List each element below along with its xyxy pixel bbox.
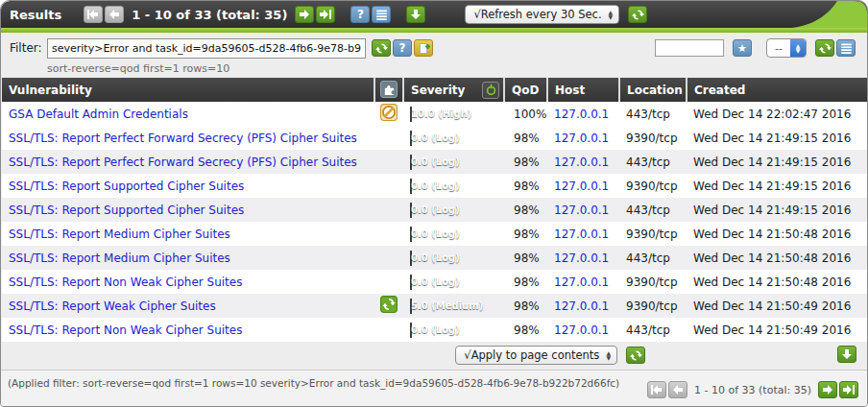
vulnerability-link[interactable]: GSA Default Admin Credentials [9,108,188,121]
vulnerability-link[interactable]: SSL/TLS: Report Supported Cipher Suites [9,204,244,217]
first-page-button[interactable] [84,6,103,23]
vulnerability-link[interactable]: SSL/TLS: Report Perfect Forward Secrecy … [9,132,357,145]
arrow-bar-right-icon [320,9,331,20]
created-value: Wed Dec 14 21:49:15 2016 [693,180,851,193]
vulnerability-link[interactable]: SSL/TLS: Report Supported Cipher Suites [9,180,244,193]
saved-filters-select[interactable]: -- ▲▼ [766,38,807,58]
created-value: Wed Dec 14 21:50:49 2016 [693,323,851,337]
column-header-severity[interactable]: Severity [403,78,504,102]
qod-value: 98% [514,204,540,217]
location-value: 9390/tcp [626,227,678,241]
vulnerability-link[interactable]: SSL/TLS: Report Medium Cipher Suites [9,251,230,265]
host-link[interactable]: 127.0.0.1 [554,132,609,145]
new-filter-button[interactable] [414,39,433,57]
table-row: GSA Default Admin Credentials 10.0 (High… [2,102,868,126]
refresh-icon [630,349,642,362]
arrow-bar-right-icon [843,384,855,395]
save-filter-name-input[interactable] [655,39,724,57]
next-page-button[interactable] [818,381,837,398]
previous-page-button[interactable] [105,6,124,23]
refresh-icon [375,42,388,55]
vulnerability-link[interactable]: SSL/TLS: Report Perfect Forward Secrecy … [9,156,357,169]
solution-type-cell [374,198,403,222]
list-view-button[interactable] [372,6,391,23]
qod-value: 98% [514,180,540,193]
table-header-row: Vulnerability Severity [2,78,868,102]
host-link[interactable]: 127.0.0.1 [554,275,609,289]
table-row: SSL/TLS: Report Supported Cipher Suites … [2,198,868,222]
overrides-toggle-button[interactable] [482,82,499,99]
refresh-icon [819,42,832,55]
location-value: 443/tcp [626,108,670,121]
download-button[interactable] [406,6,425,23]
column-header-vulnerability[interactable]: Vulnerability [2,78,374,102]
host-link[interactable]: 127.0.0.1 [554,204,609,217]
select-stepper-icon: ▲▼ [790,39,806,57]
severity-bar: 0.0 (Log) [410,131,412,146]
select-stepper-icon: ▲▼ [609,10,614,19]
first-page-button[interactable] [647,381,666,398]
apply-to-page-select[interactable]: √Apply to page contents ▲▼ [455,346,617,365]
vulnerability-link[interactable]: SSL/TLS: Report Non Weak Cipher Suites [9,275,242,289]
qod-value: 98% [514,156,540,169]
apply-to-page-value: √Apply to page contents [464,348,599,362]
apply-saved-filter-button[interactable] [815,39,834,57]
download-page-button[interactable] [837,346,856,363]
filter-hint-text: sort-reverse=qod first=1 rows=10 [47,62,229,75]
table-row: SSL/TLS: Report Medium Cipher Suites 0.0… [2,222,868,246]
titlebar: Results 1 - 10 of 33 (total: 35) ? √Refr… [1,1,867,28]
created-value: Wed Dec 14 21:50:49 2016 [693,299,851,313]
location-value: 443/tcp [626,204,670,217]
solution-type-cell [374,246,403,270]
apply-refresh-button[interactable] [626,347,645,364]
solution-type-cell [374,318,403,342]
solution-type-cell [374,270,403,294]
refresh-interval-value: √Refresh every 30 Sec. [473,8,601,21]
previous-page-button[interactable] [668,381,687,398]
last-page-button[interactable] [839,381,858,398]
column-header-location[interactable]: Location [619,78,687,102]
update-filter-button[interactable] [372,39,391,57]
power-override-icon [485,84,497,96]
table-row: SSL/TLS: Report Perfect Forward Secrecy … [2,126,868,150]
qod-value: 98% [514,323,540,337]
next-page-button[interactable] [295,6,314,23]
download-icon [841,348,853,360]
help-button[interactable]: ? [350,6,370,23]
host-link[interactable]: 127.0.0.1 [554,227,609,241]
vulnerability-link[interactable]: SSL/TLS: Report Non Weak Cipher Suites [9,323,242,337]
vulnerability-link[interactable]: SSL/TLS: Report Weak Cipher Suites [9,299,216,313]
host-link[interactable]: 127.0.0.1 [554,108,609,121]
save-filter-button[interactable]: ★ [733,39,752,57]
severity-bar: 0.0 (Log) [410,323,412,338]
pagination-text: 1 - 10 of 33 (total: 35) [132,8,287,22]
host-link[interactable]: 127.0.0.1 [554,156,609,169]
column-header-created[interactable]: Created [687,78,868,102]
column-header-solution-type[interactable] [374,78,403,102]
solution-type-header-button[interactable] [380,81,398,98]
filter-input[interactable] [47,38,366,59]
column-header-host[interactable]: Host [547,78,619,102]
created-value: Wed Dec 14 21:50:48 2016 [693,275,851,289]
severity-bar: 10.0 (High) [410,107,412,122]
solution-type-cell [374,150,403,174]
results-window: Results 1 - 10 of 33 (total: 35) ? √Refr… [0,0,868,407]
host-link[interactable]: 127.0.0.1 [554,323,609,337]
host-link[interactable]: 127.0.0.1 [554,180,609,193]
results-rows: GSA Default Admin Credentials 10.0 (High… [2,102,868,342]
qod-value: 100% [514,108,546,121]
puzzle-icon [383,84,396,96]
severity-bar: 5.0 (Medium) [410,299,412,314]
saved-filters-value: -- [767,39,790,57]
last-page-button[interactable] [316,6,335,23]
select-stepper-icon: ▲▼ [606,350,611,360]
host-link[interactable]: 127.0.0.1 [554,251,609,265]
refresh-now-button[interactable] [628,6,647,23]
refresh-interval-select[interactable]: √Refresh every 30 Sec. ▲▼ [465,5,619,24]
filter-help-button[interactable]: ? [393,39,412,57]
host-link[interactable]: 127.0.0.1 [554,299,609,313]
arrow-bar-left-icon [651,384,663,395]
vulnerability-link[interactable]: SSL/TLS: Report Medium Cipher Suites [9,227,230,241]
filters-list-button[interactable] [836,39,856,57]
column-header-qod[interactable]: QoD [504,78,547,102]
